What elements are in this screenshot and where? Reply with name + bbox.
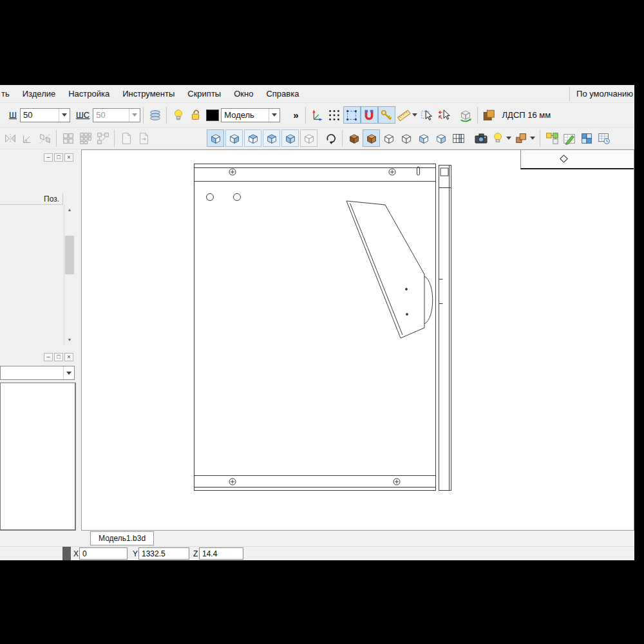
material-button[interactable] [480,106,498,124]
local-axes-button[interactable] [308,106,326,124]
grid-points-button[interactable] [326,106,343,124]
panel-restore-button[interactable]: □ [54,353,63,361]
tab-model1[interactable]: Модель1.b3d [90,531,154,545]
edit-table-button[interactable] [560,129,578,147]
snap-grid-icon [345,108,359,122]
menu-item-product[interactable]: Изделие [16,87,62,101]
lock-button[interactable] [187,106,204,124]
array-path-icon [96,131,110,146]
object-snap-button[interactable] [361,106,378,124]
view-left-button[interactable] [244,129,261,147]
visibility-button[interactable] [169,106,187,124]
y-coordinate-label: Y [133,549,138,558]
view-axonometric-button[interactable] [300,129,317,147]
hidden-lines-view-button[interactable] [397,129,415,147]
menu-item-scripts[interactable]: Скрипты [181,87,227,101]
chevron-down-icon[interactable] [506,137,511,140]
toolbar-separator [477,107,478,124]
view-cube-right-icon [265,131,279,146]
array-copy-button[interactable] [59,129,77,147]
panel-close-button[interactable]: × [64,153,73,162]
positions-scrollbar[interactable]: ▲ ▼ [64,205,74,345]
status-bar: X Y Z [0,546,634,560]
select-move-button[interactable] [436,106,453,124]
view-top-button[interactable] [281,129,299,147]
default-scheme-label[interactable]: По умолчанию [576,89,634,99]
chevron-down-icon[interactable] [129,109,140,122]
components-button[interactable] [513,129,537,147]
section-view-button[interactable] [450,129,467,147]
toolbar-separator [114,130,115,147]
wireframe-view-button[interactable] [380,129,397,147]
panel-close-button[interactable]: × [64,353,73,361]
statusbar-splitter-handle[interactable] [62,547,71,561]
menu-item-window[interactable]: Окно [227,87,260,101]
transparent-view-button[interactable] [415,129,432,147]
menu-item-settings[interactable]: Настройка [62,87,116,101]
document-export-button[interactable] [135,129,152,147]
select-rect-button[interactable] [419,106,436,124]
chevron-down-icon[interactable] [412,113,417,117]
z-coordinate-field[interactable] [199,547,243,560]
view-cube-axonometric-icon [302,131,316,146]
preview-listbox[interactable] [0,383,76,531]
snap-grid-button[interactable] [343,106,361,124]
edge-width-combobox[interactable]: 50 [93,108,140,122]
history-table-button[interactable] [595,129,612,147]
application-window: ть Изделие Настройка Инструменты Скрипты… [0,85,634,560]
letterbox-bottom [0,560,644,644]
scroll-down-icon[interactable]: ▼ [64,335,75,345]
pencil-grid-icon [562,131,576,146]
menu-item-tools[interactable]: Инструменты [116,87,181,101]
lightbulb-icon [171,108,185,122]
rotate-view-button[interactable] [322,129,339,147]
layers-button[interactable] [146,106,164,124]
select-3d-button[interactable] [457,106,475,124]
panel-minimize-button[interactable]: – [44,153,53,162]
toolbar-overflow-chevron[interactable]: » [293,109,298,120]
shaded-view-button[interactable] [345,129,363,147]
structure-button[interactable] [543,129,560,147]
lighting-button[interactable] [489,129,513,147]
ruler-button[interactable] [395,106,419,124]
lightbulb-icon [491,131,505,146]
view-back-button[interactable] [225,129,243,147]
blue-grid-icon [580,131,594,146]
grid-view-button[interactable] [578,129,595,147]
chevron-down-icon[interactable] [530,137,535,140]
menu-item-help[interactable]: Справка [260,87,305,101]
mirror-horizontal-button[interactable] [1,129,19,147]
material-swatch-icon [482,108,496,122]
array-grid-button[interactable] [77,129,94,147]
scrollbar-thumb[interactable] [65,236,74,274]
toolbar-separator [166,107,167,124]
rotate-copy-button[interactable] [19,129,36,147]
toolbar-separator [305,107,306,124]
panel-minimize-button[interactable]: – [44,353,53,361]
scroll-up-icon[interactable]: ▲ [64,205,75,215]
semitransparent-view-button[interactable] [432,129,450,147]
chevron-down-icon[interactable] [269,109,279,122]
menu-item-truncated[interactable]: ть [0,87,16,101]
mirror-vertical-button[interactable] [36,129,53,147]
document-button[interactable] [117,129,135,147]
current-color-swatch[interactable] [206,109,219,121]
view-right-button[interactable] [263,129,280,147]
panel-restore-button[interactable]: □ [54,153,63,162]
camera-button[interactable] [472,129,489,147]
x-coordinate-field[interactable] [79,547,128,560]
width-combobox[interactable]: 50 [20,108,70,122]
chevron-down-icon[interactable] [59,109,70,122]
mode-combobox[interactable]: Модель [221,108,280,122]
drawing-canvas[interactable] [81,149,634,531]
y-coordinate-field[interactable] [138,547,189,560]
wireframe-cube-icon [382,131,396,146]
view-front-button[interactable] [207,129,224,147]
preview-combobox[interactable] [0,366,75,380]
key-icon [379,108,393,122]
textured-view-button[interactable] [363,129,380,147]
key-snap-button[interactable] [378,106,395,124]
diamond-icon[interactable] [560,155,568,163]
array-path-button[interactable] [94,129,111,147]
chevron-down-icon[interactable] [63,366,74,379]
